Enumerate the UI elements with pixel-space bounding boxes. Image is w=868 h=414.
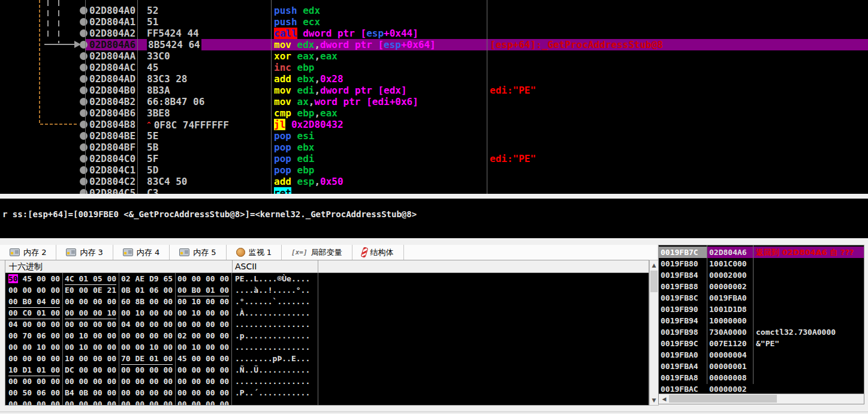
dump-row[interactable]: 00 B0 04 0000 00 00 0060 8B 00 0000 10 0…	[5, 296, 649, 307]
breakpoint-dot[interactable]	[80, 52, 88, 60]
hex-group: 00 50 06 00	[8, 387, 60, 398]
dump-row[interactable]: 00 00 00 0000 00 00 0000 00 00 0000 00 0…	[5, 376, 649, 387]
breakpoint-dot[interactable]	[80, 18, 88, 26]
breakpoint-dot[interactable]	[80, 98, 88, 106]
dump-row[interactable]: 00 00 00 0000 00 00 0000 00 00 0000 00 0…	[5, 398, 649, 406]
hex-group: E0 00 0E 21	[65, 284, 116, 296]
disasm-row[interactable]: 02D804A2FF5424 44call dword ptr [esp+0x4…	[86, 28, 868, 39]
stack-row[interactable]: 0019FB8C0019FBA0	[659, 292, 864, 304]
disasm-row[interactable]: 02D804C05Fpop ediedi:"PE"	[86, 153, 868, 164]
stack-row[interactable]: 0019FB9410000000	[659, 315, 864, 326]
breakpoint-dot[interactable]	[80, 109, 88, 117]
dump-row[interactable]: 04 00 00 0000 00 00 0004 00 00 0000 00 0…	[5, 319, 649, 330]
disasm-row[interactable]: 02D804C283C4 50add esp,0x50	[86, 176, 868, 187]
stack-address: 0019FB8C	[661, 292, 698, 304]
hex-group: 00 00 00 00	[8, 284, 60, 296]
disasm-row[interactable]: 02D804A68B5424 64mov edx,dword ptr [esp+…	[86, 39, 868, 50]
column-separator[interactable]	[85, 0, 86, 194]
disasm-row[interactable]: 02D804A151push ecx	[86, 16, 868, 28]
breakpoint-dot[interactable]	[80, 64, 88, 71]
stack-row[interactable]: 0019FB8400002000	[659, 269, 864, 281]
instruction-address: 02D804C2	[89, 176, 135, 187]
dump-row[interactable]: 00 C0 01 0000 00 00 1000 10 00 0000 10 0…	[5, 307, 649, 319]
dump-row[interactable]: 00 70 06 0000 10 00 0000 00 00 0002 00 0…	[5, 330, 649, 341]
hex-group: 10 D1 01 00	[8, 364, 60, 376]
scrollbar-thumb[interactable]	[669, 395, 777, 403]
tab-memory-2[interactable]: 内存 4	[113, 245, 170, 260]
tab-struct-6[interactable]: 结构体	[352, 245, 404, 260]
tab-memory-3[interactable]: 内存 5	[170, 245, 226, 260]
instruction-bytes: 83C3 28	[147, 73, 187, 85]
instruction-bytes: 5D	[147, 164, 158, 176]
stack-row[interactable]: 0019FBA800000008	[659, 372, 864, 383]
dump-pane[interactable]: 十六进制 ASCII 50 45 00 004C 01 05 0002 AE D…	[5, 260, 649, 406]
hex-group: 02 00 00 00	[177, 330, 229, 341]
instruction-text: cmp ebp,eax	[274, 107, 337, 119]
scroll-up-arrow-icon[interactable]: ▲	[650, 261, 658, 269]
dump-row[interactable]: 00 00 00 00E0 00 0E 210B 01 06 0000 B0 0…	[5, 284, 649, 296]
stack-pane[interactable]: 0019FB7C02D804A6返回到 02D804A6 自 ???0019FB…	[658, 245, 864, 404]
struct-icon	[360, 247, 368, 258]
breakpoint-dot[interactable]	[80, 189, 88, 194]
disasm-row[interactable]: 02D804BE5Epop esi	[86, 130, 868, 142]
column-separator[interactable]	[487, 0, 487, 194]
dump-row[interactable]: 00 50 06 00B4 0B 00 0000 00 00 0000 00 0…	[5, 387, 649, 398]
breakpoint-dot[interactable]	[80, 121, 88, 128]
breakpoint-dot[interactable]	[80, 7, 88, 14]
disasm-row[interactable]: 02D804A052push edx	[86, 5, 868, 16]
disasm-row[interactable]: 02D804AD83C3 28add ebx,0x28	[86, 73, 868, 85]
stack-row[interactable]: 0019FB801001C000	[659, 258, 864, 269]
column-separator[interactable]	[271, 0, 272, 194]
stack-horizontal-scrollbar[interactable]: ◀	[659, 394, 864, 404]
instruction-bytes: 5F	[147, 153, 158, 164]
disasm-row[interactable]: 02D804AC45inc ebp	[86, 62, 868, 73]
stack-row[interactable]: 0019FBA400000001	[659, 361, 864, 372]
stack-row[interactable]: 0019FBA000000004	[659, 349, 864, 361]
scroll-down-arrow-icon[interactable]: ▼	[650, 396, 658, 404]
breakpoint-dot[interactable]	[80, 132, 88, 140]
disasm-row[interactable]: 02D804B08B3Amov edi,dword ptr [edx]edi:"…	[86, 85, 868, 96]
disasm-row[interactable]: 02D804BF5Bpop ebx	[86, 142, 868, 153]
stack-row[interactable]: 0019FB8800000002	[659, 281, 864, 292]
scroll-left-arrow-icon[interactable]: ◀	[660, 395, 668, 403]
breakpoint-dot[interactable]	[80, 41, 88, 49]
ascii-text: .Ñ..Ü...........	[235, 364, 310, 376]
tab-memory-1[interactable]: 内存 3	[56, 245, 113, 260]
hex-group: 45 00 00 00	[177, 353, 229, 364]
disasm-row[interactable]: 02D804B8^0F8C 74FFFFFFjl 0x2D80432	[86, 119, 868, 130]
stack-row[interactable]: 0019FB9C007E1120&"PE"	[659, 338, 864, 349]
hex-group: 00 00 00 00	[65, 398, 116, 406]
stack-row[interactable]: 0019FB98730A0000comctl32.730A0000	[659, 326, 864, 338]
disasm-row[interactable]: 02D804C5C3ret	[86, 187, 868, 194]
scrollbar-thumb[interactable]	[650, 271, 658, 292]
tab-locals-5[interactable]: [x=]局部变量	[282, 245, 352, 260]
stack-row[interactable]: 0019FB901001D1D8	[659, 304, 864, 315]
dump-row[interactable]: 00 00 10 0000 10 00 0000 00 10 0000 10 0…	[5, 341, 649, 353]
breakpoint-dot[interactable]	[80, 29, 88, 37]
ascii-text: .°......`.......	[235, 296, 310, 307]
ascii-text: .p..............	[235, 330, 310, 341]
tab-memory-0[interactable]: 内存 2	[0, 245, 56, 260]
dump-row[interactable]: 00 00 00 0010 00 00 0070 DE 01 0045 00 0…	[5, 353, 649, 364]
column-separator[interactable]	[137, 0, 138, 194]
stack-row[interactable]: 0019FB7C02D804A6返回到 02D804A6 自 ???	[659, 247, 864, 258]
breakpoint-dot[interactable]	[80, 166, 88, 174]
tab-watch-4[interactable]: 监视 1	[227, 245, 282, 260]
column-separator	[707, 245, 707, 384]
disassembly-pane[interactable]: 02D804A052push edx02D804A151push ecx02D8…	[0, 0, 868, 194]
hex-group: 00 00 00 00	[8, 376, 60, 387]
dump-scrollbar[interactable]: ▲ ▼	[649, 260, 659, 406]
breakpoint-dot[interactable]	[80, 143, 88, 151]
breakpoint-dot[interactable]	[80, 86, 88, 94]
disasm-row[interactable]: 02D804B63BE8cmp ebp,eax	[86, 107, 868, 119]
dump-row[interactable]: 50 45 00 004C 01 05 0002 AE D9 6500 00 0…	[5, 273, 649, 284]
dump-row[interactable]: 10 D1 01 00DC 00 00 0000 00 00 0000 00 0…	[5, 364, 649, 376]
selected-byte[interactable]: 50	[8, 274, 18, 283]
breakpoint-dot[interactable]	[80, 75, 88, 83]
disasm-row[interactable]: 02D804AA33C0xor eax,eax	[86, 50, 868, 62]
disasm-row[interactable]: 02D804C15Dpop ebp	[86, 164, 868, 176]
stack-value: 00000004	[709, 349, 747, 361]
disasm-row[interactable]: 02D804B266:8B47 06mov ax,word ptr [edi+0…	[86, 96, 868, 107]
breakpoint-dot[interactable]	[80, 178, 88, 185]
breakpoint-dot[interactable]	[80, 155, 88, 163]
